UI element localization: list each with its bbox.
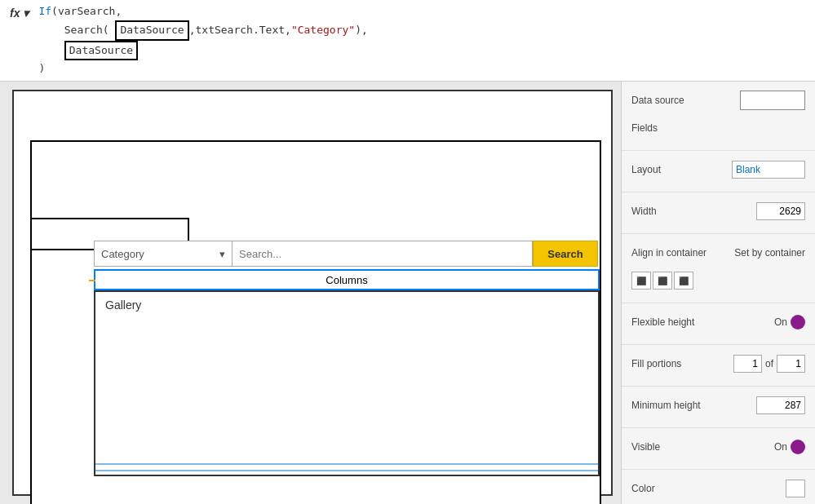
width-label: Width bbox=[631, 206, 657, 217]
data-source-row: Data source bbox=[631, 88, 805, 113]
panel-color-section: Color Border — bbox=[622, 470, 815, 504]
category-search-row: Category ▾ Search bbox=[94, 241, 598, 267]
align-right-button[interactable]: ⬛ bbox=[674, 272, 693, 290]
min-height-input[interactable] bbox=[756, 396, 805, 414]
formula-bar: fx ▾ If(varSearch, Search( DataSource,tx… bbox=[0, 0, 815, 82]
panel-align-section: Align in container Set by container ⬛ ⬛ … bbox=[622, 234, 815, 303]
right-panel: Data source Fields Layout Width Align bbox=[621, 82, 815, 504]
fill-portions-of-label: of bbox=[765, 358, 773, 369]
datasource-highlight-2: DataSource bbox=[64, 41, 138, 61]
datasource-highlight-1: DataSource bbox=[115, 20, 188, 41]
align-buttons: ⬛ ⬛ ⬛ bbox=[631, 272, 693, 290]
align-left-button[interactable]: ⬛ bbox=[631, 272, 651, 290]
panel-min-height-section: Minimum height bbox=[622, 387, 815, 428]
fields-row: Fields bbox=[631, 116, 805, 140]
fill-portions-total-input[interactable] bbox=[777, 355, 805, 373]
app-canvas: Category ▾ Search Columns Gallery bbox=[12, 90, 613, 496]
category-dropdown[interactable]: Category ▾ bbox=[94, 241, 233, 267]
search-input[interactable] bbox=[233, 241, 533, 267]
width-input[interactable] bbox=[756, 202, 805, 220]
visible-toggle[interactable]: On bbox=[774, 440, 805, 454]
color-label: Color bbox=[631, 483, 655, 494]
align-value: Set by container bbox=[734, 247, 805, 259]
formula-line-3: DataSource bbox=[38, 41, 808, 61]
color-row: Color bbox=[631, 476, 805, 501]
gallery-box: Gallery bbox=[94, 290, 600, 476]
main-area: Category ▾ Search Columns Gallery bbox=[0, 82, 815, 504]
canvas-area: Category ▾ Search Columns Gallery bbox=[0, 82, 621, 504]
panel-flexible-height-section: Flexible height On bbox=[622, 303, 815, 345]
flexible-height-row: Flexible height On bbox=[631, 310, 805, 334]
layout-input[interactable] bbox=[732, 161, 805, 179]
visible-on-label: On bbox=[774, 441, 787, 453]
panel-data-source-section: Data source Fields bbox=[622, 82, 815, 151]
min-height-row: Minimum height bbox=[631, 393, 805, 418]
panel-width-section: Width bbox=[622, 192, 815, 234]
formula-line-1: If(varSearch, bbox=[38, 3, 808, 20]
fx-button[interactable]: fx ▾ bbox=[7, 5, 32, 21]
align-buttons-row: ⬛ ⬛ ⬛ bbox=[631, 268, 805, 293]
data-source-input[interactable] bbox=[740, 91, 805, 110]
fx-icon: fx bbox=[10, 7, 20, 20]
columns-label: Columns bbox=[326, 274, 367, 286]
formula-line-2: Search( DataSource,txtSearch.Text,"Categ… bbox=[38, 20, 808, 41]
flexible-height-label: Flexible height bbox=[631, 316, 694, 328]
visible-toggle-circle bbox=[791, 440, 805, 454]
flexible-height-toggle-circle bbox=[791, 315, 805, 329]
align-row: Align in container Set by container bbox=[631, 241, 805, 265]
width-row: Width bbox=[631, 199, 805, 223]
fill-portions-label: Fill portions bbox=[631, 358, 681, 369]
fx-dropdown-icon: ▾ bbox=[23, 7, 29, 20]
visible-label: Visible bbox=[631, 441, 660, 453]
align-label: Align in container bbox=[631, 247, 706, 259]
align-center-button[interactable]: ⬛ bbox=[653, 272, 672, 290]
fill-portions-value-input[interactable] bbox=[733, 355, 762, 373]
color-swatch[interactable] bbox=[786, 480, 805, 497]
min-height-label: Minimum height bbox=[631, 400, 701, 411]
gallery-label: Gallery bbox=[105, 298, 141, 312]
formula-content: If(varSearch, Search( DataSource,txtSear… bbox=[38, 3, 808, 77]
panel-layout-section: Layout bbox=[622, 151, 815, 192]
fill-portions-row: Fill portions of bbox=[631, 351, 805, 376]
layout-row: Layout bbox=[631, 157, 805, 182]
formula-line-4: ) bbox=[38, 60, 808, 77]
category-chevron-icon: ▾ bbox=[219, 248, 225, 260]
data-source-label: Data source bbox=[631, 95, 684, 106]
panel-visible-section: Visible On bbox=[622, 428, 815, 470]
layout-label: Layout bbox=[631, 164, 661, 175]
columns-bar: Columns bbox=[94, 269, 600, 290]
fields-label: Fields bbox=[631, 122, 658, 134]
flexible-height-toggle[interactable]: On bbox=[774, 315, 805, 329]
flexible-height-on-label: On bbox=[774, 316, 787, 328]
category-label: Category bbox=[101, 248, 144, 260]
search-button[interactable]: Search bbox=[533, 241, 598, 267]
panel-fill-portions-section: Fill portions of bbox=[622, 345, 815, 387]
visible-row: Visible On bbox=[631, 435, 805, 459]
